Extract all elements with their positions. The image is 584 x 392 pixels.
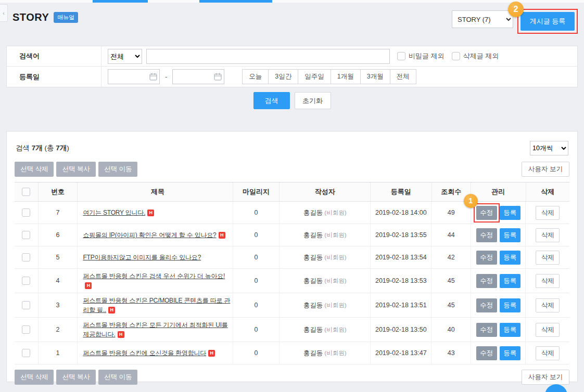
table-row: 3 퍼스트몰 반응형 스킨은 PC/MOBILE 콘텐츠를 따로 관리할 필..… <box>15 293 569 318</box>
row-author: 홍길동(비회원) <box>280 202 371 224</box>
edit-button[interactable]: 수정 <box>476 206 497 220</box>
row-register-button[interactable]: 등록 <box>500 274 520 288</box>
search-actions: 검색 초기화 <box>0 92 584 109</box>
edit-button-wrap: 수정 <box>476 346 497 360</box>
calendar-icon[interactable] <box>214 73 222 81</box>
search-panel: 검색어 전체 비밀글 제외 삭제글 제외 등록일 - <box>6 46 578 87</box>
bulk-actions: 선택 삭제선택 복사선택 이동 <box>15 162 137 177</box>
row-checkbox[interactable] <box>22 301 30 309</box>
row-delete-button[interactable]: 삭제 <box>536 346 560 360</box>
date-range-button[interactable]: 오늘 <box>242 69 269 84</box>
user-view-button[interactable]: 사용자 보기 <box>522 370 569 385</box>
scroll-top-button[interactable] <box>545 384 567 392</box>
row-date: 2019-02-18 14:00 <box>371 202 431 224</box>
checkbox-icon[interactable] <box>452 52 460 60</box>
date-separator: - <box>165 73 167 81</box>
keyword-label: 검색어 <box>7 46 101 66</box>
post-title-link[interactable]: 쇼핑몰의 IP(아이피) 확인은 어떻게 할 수 있나요?H <box>83 230 225 240</box>
row-register-button[interactable]: 등록 <box>500 228 520 242</box>
row-delete-button[interactable]: 삭제 <box>536 206 560 220</box>
post-title-link[interactable]: FTP이용하지않고 이미지를 올리수 있나요? <box>83 253 201 262</box>
table-header: 번호 제목 마일리지 작성자 등록일 조회수 관리 삭제 <box>15 182 569 202</box>
row-author: 홍길동(비회원) <box>280 318 371 342</box>
bulk-actions: 선택 삭제선택 복사선택 이동 <box>15 370 137 385</box>
page-size-select[interactable]: 10개씩 <box>530 141 568 155</box>
results-panel: 검색 7개 (총 7개) 10개씩 선택 삭제선택 복사선택 이동 사용자 보기… <box>6 131 578 382</box>
search-button[interactable]: 검색 <box>253 92 290 109</box>
date-range-button[interactable]: 1개월 <box>331 69 361 84</box>
html-icon: H <box>208 350 215 357</box>
date-range-button[interactable]: 3일간 <box>268 69 298 84</box>
post-title-link[interactable]: 퍼스트몰 반응형 스킨은 PC/MOBILE 콘텐츠를 따로 관리할 필..H <box>83 296 230 315</box>
row-delete-button[interactable]: 삭제 <box>536 251 560 265</box>
manual-badge[interactable]: 매뉴얼 <box>54 12 78 23</box>
bulk-action-button[interactable]: 선택 복사 <box>56 370 95 385</box>
keyword-type-select[interactable]: 전체 <box>108 49 142 64</box>
date-range-button[interactable]: 전체 <box>390 69 416 84</box>
post-title-link[interactable]: 여기는 STORY 입니다.H <box>83 208 154 217</box>
post-title-link[interactable]: 퍼스트몰 반응형 스킨에 오신것을 환영합니다H <box>83 348 215 358</box>
row-register-button[interactable]: 등록 <box>500 298 520 312</box>
edit-button[interactable]: 수정 <box>476 298 497 312</box>
html-icon: H <box>85 282 92 289</box>
row-author-type: (비회원) <box>324 231 346 239</box>
row-register-button[interactable]: 등록 <box>500 206 520 220</box>
edit-button[interactable]: 수정 <box>476 346 497 360</box>
exclude-secret-option[interactable]: 비밀글 제외 <box>397 51 445 61</box>
row-views: 42 <box>431 246 471 268</box>
row-checkbox[interactable] <box>22 253 30 262</box>
table-row: 1 퍼스트몰 반응형 스킨에 오신것을 환영합니다H 0 홍길동(비회원) 20… <box>15 342 569 364</box>
row-author: 홍길동(비회원) <box>280 269 371 293</box>
row-checkbox[interactable] <box>22 325 30 334</box>
date-range-button[interactable]: 일주일 <box>298 69 331 84</box>
select-all-checkbox[interactable] <box>22 188 30 196</box>
row-views: 40 <box>431 318 471 342</box>
exclude-deleted-option[interactable]: 삭제글 제외 <box>452 51 499 61</box>
edit-button[interactable]: 수정 <box>476 251 497 265</box>
bulk-action-button[interactable]: 선택 삭제 <box>15 162 54 177</box>
table-row: 5 FTP이용하지않고 이미지를 올리수 있나요? 0 홍길동(비회원) 201… <box>15 246 569 269</box>
row-delete-button[interactable]: 삭제 <box>536 274 560 288</box>
row-delete-button[interactable]: 삭제 <box>536 228 560 242</box>
row-checkbox[interactable] <box>22 231 30 239</box>
register-post-button[interactable]: 게시글 등록 <box>520 12 575 31</box>
bulk-action-button[interactable]: 선택 이동 <box>98 370 137 385</box>
keyword-input[interactable] <box>146 49 390 64</box>
post-title-link[interactable]: 퍼스트몰 반응형 스킨은 모든 기기에서 최적화된 UI를 제공합니다.H <box>83 320 230 339</box>
row-mileage: 0 <box>233 269 280 293</box>
row-register-button[interactable]: 등록 <box>500 346 520 360</box>
header-actions: STORY (7) 2 게시글 등록 <box>452 9 578 34</box>
table-body: 7 여기는 STORY 입니다.H 0 홍길동(비회원) 2019-02-18 … <box>15 202 569 364</box>
table-row: 4 퍼스트몰 반응형 스킨은 검색 우선 순위가 더 높아요!H 0 홍길동(비… <box>15 269 569 293</box>
bulk-action-button[interactable]: 선택 복사 <box>56 162 95 177</box>
post-title-link[interactable]: 퍼스트몰 반응형 스킨은 검색 우선 순위가 더 높아요!H <box>83 271 230 290</box>
row-checkbox[interactable] <box>22 349 30 357</box>
edit-button[interactable]: 수정 <box>476 323 497 337</box>
row-delete-button[interactable]: 삭제 <box>536 323 560 337</box>
step-badge-2: 2 <box>508 2 524 17</box>
row-register-button[interactable]: 등록 <box>500 323 520 337</box>
bulk-action-button[interactable]: 선택 삭제 <box>15 370 54 385</box>
row-checkbox[interactable] <box>22 277 30 285</box>
sidebar-collapse-button[interactable]: ‹ <box>0 4 8 22</box>
row-register-button[interactable]: 등록 <box>500 251 520 265</box>
column-header-mileage: 마일리지 <box>233 182 280 201</box>
edit-button[interactable]: 수정 <box>476 274 497 288</box>
checkbox-icon[interactable] <box>397 52 405 60</box>
board-select[interactable]: STORY (7) <box>452 10 513 28</box>
row-author-type: (비회원) <box>324 209 346 217</box>
row-date: 2019-02-18 13:53 <box>371 269 431 293</box>
html-icon: H <box>147 210 154 216</box>
row-date: 2019-02-18 13:51 <box>371 293 431 317</box>
edit-button[interactable]: 수정 <box>476 228 497 242</box>
user-view-button[interactable]: 사용자 보기 <box>522 162 569 177</box>
calendar-icon[interactable] <box>149 73 157 81</box>
row-views: 43 <box>431 342 471 364</box>
row-author-type: (비회원) <box>324 302 346 309</box>
reset-button[interactable]: 초기화 <box>295 92 331 109</box>
date-range-button[interactable]: 3개월 <box>360 69 390 84</box>
row-delete-button[interactable]: 삭제 <box>536 298 560 312</box>
bulk-action-button[interactable]: 선택 이동 <box>98 162 137 177</box>
row-mileage: 0 <box>233 202 280 224</box>
row-checkbox[interactable] <box>22 208 30 217</box>
